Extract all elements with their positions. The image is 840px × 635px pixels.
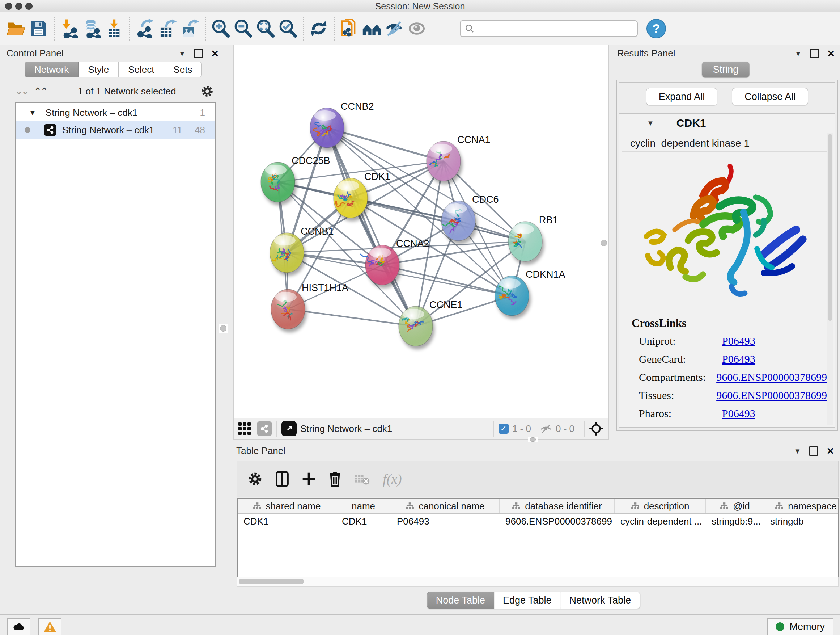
crosslink-link[interactable]: 9606.ENSP00000378699 — [716, 389, 827, 402]
network-node-CCNA1[interactable] — [426, 141, 461, 181]
network-node-CDKN1A[interactable] — [495, 276, 529, 316]
gene-collapse-caret-icon[interactable]: ▼ — [647, 119, 654, 127]
show-graphics-details-button[interactable] — [406, 17, 428, 40]
apply-layout-button[interactable] — [308, 17, 330, 40]
crosslink-link[interactable]: P06493 — [722, 353, 755, 365]
tab-select[interactable]: Select — [118, 62, 164, 78]
zoom-in-button[interactable] — [210, 17, 232, 40]
network-edge[interactable] — [327, 128, 416, 326]
import-table-from-file-button[interactable] — [103, 17, 126, 40]
close-panel-button[interactable]: ✕ — [826, 447, 834, 456]
network-node-CDC25B[interactable] — [261, 162, 295, 202]
column-header-canonical-name[interactable]: canonical name — [391, 499, 500, 513]
bottom-splitter-handle[interactable] — [528, 437, 538, 442]
close-panel-button[interactable]: ✕ — [211, 49, 219, 58]
tab-network-table[interactable]: Network Table — [561, 592, 640, 609]
float-panel-button[interactable]: ▼ — [794, 448, 801, 455]
network-collection-row[interactable]: ▼ String Network – cdk1 1 — [16, 103, 215, 121]
cloud-status-button[interactable] — [7, 618, 30, 635]
network-node-RB1[interactable] — [508, 222, 542, 261]
maximize-panel-button[interactable] — [810, 49, 819, 58]
search-input[interactable] — [460, 20, 638, 37]
import-network-from-file-button[interactable] — [58, 17, 81, 40]
crosslink-link[interactable]: 9606.ENSP00000378699 — [716, 371, 827, 383]
column-header-@id[interactable]: @id — [706, 499, 764, 513]
network-canvas[interactable]: CCNB2CCNA1CDC25BCDK1CDC6RB1CCNB1CCNA2CDK… — [233, 45, 609, 418]
save-session-button[interactable] — [27, 17, 50, 40]
expand-all-button[interactable]: Expand All — [646, 88, 718, 105]
network-edge[interactable] — [288, 309, 416, 326]
tab-edge-table[interactable]: Edge Table — [494, 592, 561, 609]
export-network-button[interactable] — [134, 17, 156, 40]
network-edge[interactable] — [327, 128, 444, 161]
warnings-button[interactable] — [38, 618, 62, 635]
column-header-shared-name[interactable]: shared name — [238, 499, 336, 513]
collapse-all-button[interactable]: Collapse All — [732, 88, 808, 105]
collapse-all-networks-icon[interactable]: ⌄⌄ — [15, 86, 28, 96]
new-network-from-selection-button[interactable] — [338, 17, 361, 40]
network-node-CDC6[interactable] — [441, 201, 475, 241]
table-cell[interactable]: stringdb — [764, 516, 838, 527]
table-horizontal-scrollbar[interactable] — [237, 577, 838, 587]
tab-sets[interactable]: Sets — [164, 62, 202, 78]
column-header-name[interactable]: name — [336, 499, 391, 513]
table-row[interactable]: CDK1CDK1P064939606.ENSP00000378699cyclin… — [238, 514, 838, 529]
export-image-button[interactable] — [179, 17, 201, 40]
table-cell[interactable]: stringdb:9... — [706, 516, 764, 527]
results-scrollbar[interactable] — [827, 133, 833, 425]
network-options-gear-icon[interactable] — [201, 85, 214, 98]
network-row-selected[interactable]: String Network – cdk1 11 48 — [16, 121, 215, 139]
zoom-out-button[interactable] — [232, 17, 254, 40]
first-neighbors-button[interactable] — [361, 17, 383, 40]
zoom-selected-button[interactable] — [277, 17, 299, 40]
left-splitter-handle[interactable] — [218, 324, 228, 333]
network-node-HIST1H1A[interactable] — [271, 289, 305, 329]
float-panel-button[interactable]: ▼ — [794, 50, 802, 57]
network-graph[interactable]: CCNB2CCNA1CDC25BCDK1CDC6RB1CCNB1CCNA2CDK… — [234, 45, 608, 418]
hide-selected-button[interactable] — [383, 17, 406, 40]
memory-button[interactable]: Memory — [767, 618, 834, 635]
view-share-button[interactable] — [257, 421, 272, 436]
float-panel-button[interactable]: ▼ — [178, 50, 186, 57]
maximize-panel-button[interactable] — [809, 447, 818, 456]
tab-string[interactable]: String — [702, 62, 750, 78]
tab-style[interactable]: Style — [79, 62, 118, 78]
table-cell[interactable]: cyclin-dependent ... — [615, 516, 706, 527]
create-column-plus-icon[interactable] — [302, 472, 316, 486]
network-edge[interactable] — [382, 265, 512, 296]
crosslink-link[interactable]: P06493 — [722, 407, 755, 420]
right-splitter-handle[interactable] — [599, 238, 608, 248]
network-node-CDK1[interactable] — [333, 178, 368, 218]
selected-checkbox-icon[interactable]: ✓ — [499, 424, 508, 434]
tab-node-table[interactable]: Node Table — [427, 592, 494, 609]
crosslink-link[interactable]: P06493 — [722, 335, 755, 347]
import-network-from-database-button[interactable] — [81, 17, 103, 40]
zoom-fit-button[interactable] — [254, 17, 277, 40]
maximize-panel-button[interactable] — [194, 49, 203, 58]
delete-column-trash-icon[interactable] — [328, 471, 341, 486]
table-cell[interactable]: CDK1 — [238, 516, 336, 527]
column-header-database-identifier[interactable]: database identifier — [500, 499, 615, 513]
export-table-button[interactable] — [156, 17, 179, 40]
table-cell[interactable]: P06493 — [391, 516, 500, 527]
table-cell[interactable]: 9606.ENSP00000378699 — [500, 516, 615, 527]
table-cell[interactable]: CDK1 — [336, 516, 391, 527]
table-options-gear-icon[interactable] — [248, 471, 263, 486]
column-header-description[interactable]: description — [615, 499, 706, 513]
open-session-button[interactable] — [5, 17, 27, 40]
network-node-CCNE1[interactable] — [399, 306, 433, 346]
show-columns-icon[interactable] — [275, 471, 289, 487]
network-node-CCNB2[interactable] — [310, 108, 344, 148]
tab-network[interactable]: Network — [25, 62, 79, 78]
detach-view-button[interactable] — [281, 421, 297, 436]
network-node-CCNB1[interactable] — [270, 233, 304, 272]
column-header-namespace[interactable]: namespace — [764, 499, 838, 513]
view-grid-button[interactable] — [237, 421, 252, 436]
expand-all-networks-icon[interactable]: ⌃⌃ — [34, 86, 47, 96]
birds-eye-view-button[interactable] — [589, 421, 603, 436]
collection-expand-caret-icon[interactable]: ▼ — [29, 109, 36, 117]
network-node-CCNA2[interactable] — [361, 245, 399, 285]
help-button[interactable]: ? — [646, 19, 666, 38]
gene-panel-header[interactable]: ▼ CDK1 — [619, 114, 835, 133]
close-panel-button[interactable]: ✕ — [827, 49, 835, 58]
